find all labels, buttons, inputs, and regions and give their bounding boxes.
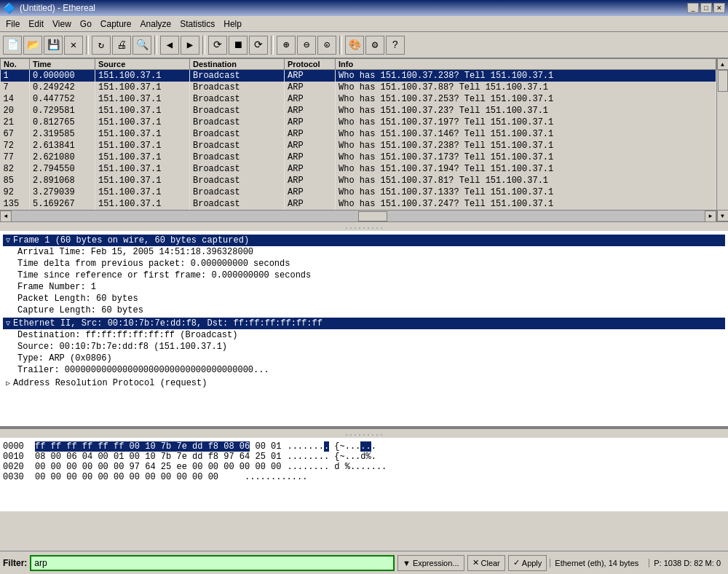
detail-arp-header[interactable]: ▷ Address Resolution Protocol (request) — [3, 377, 725, 389]
detail-row: Destination: ff:ff:ff:ff:ff:ff (Broadcas… — [3, 329, 725, 341]
hex-ascii: ........ {~...... — [287, 441, 376, 452]
capture-restart-button[interactable]: ⟳ — [249, 36, 268, 55]
hscroll-right-button[interactable]: ► — [705, 211, 716, 222]
hscroll-left-button[interactable]: ◄ — [0, 211, 12, 222]
hex-ascii: ............ — [245, 472, 307, 482]
close-button[interactable]: ✕ — [713, 3, 725, 13]
capture-start-button[interactable]: ⟳ — [208, 36, 227, 55]
table-row[interactable]: 923.279039151.100.37.1BroadcastARPWho ha… — [1, 186, 716, 198]
table-row[interactable]: 672.319585151.100.37.1BroadcastARPWho ha… — [1, 128, 716, 140]
cell-protocol: ARP — [285, 140, 336, 152]
menu-analyze[interactable]: Analyze — [136, 17, 176, 31]
ethernet-collapse-icon: ▽ — [6, 319, 10, 328]
hex-row: 0010 08 00 06 04 00 01 00 10 7b 7e dd f8… — [3, 452, 725, 462]
detail-ethernet-header[interactable]: ▽ Ethernet II, Src: 00:10:7b:7e:dd:f8, D… — [3, 318, 725, 329]
table-row[interactable]: 210.812765151.100.37.1BroadcastARPWho ha… — [1, 117, 716, 128]
prefs-button[interactable]: ⚙ — [365, 36, 384, 55]
table-row[interactable]: 140.447752151.100.37.1BroadcastARPWho ha… — [1, 93, 716, 105]
zoom-out-button[interactable]: ⊖ — [297, 36, 316, 55]
menu-capture[interactable]: Capture — [96, 17, 136, 31]
detail-ethernet-section: ▽ Ethernet II, Src: 00:10:7b:7e:dd:f8, D… — [3, 318, 725, 376]
table-row[interactable]: 772.621080151.100.37.1BroadcastARPWho ha… — [1, 152, 716, 163]
packet-list-hscrollbar[interactable]: ◄ ► — [0, 210, 716, 221]
scroll-down-button[interactable]: ▼ — [717, 210, 729, 221]
menu-statistics[interactable]: Statistics — [175, 17, 219, 31]
hex-ascii: ........ {~...d%. — [287, 452, 376, 462]
scroll-track — [717, 70, 729, 210]
cell-no: 85 — [1, 175, 30, 186]
cell-time: 2.891068 — [30, 175, 95, 186]
menu-edit[interactable]: Edit — [24, 17, 48, 31]
print-button[interactable]: 🖨 — [112, 36, 131, 55]
cell-protocol: ARP — [285, 163, 336, 175]
table-row[interactable]: 822.794550151.100.37.1BroadcastARPWho ha… — [1, 163, 716, 175]
packet-list-scrollbar[interactable]: ▲ ▼ — [716, 58, 728, 221]
cell-time: 5.169267 — [30, 198, 95, 210]
arp-header-text: Address Resolution Protocol (request) — [13, 378, 207, 388]
filter-bar: Filter: ▼ Expression... ✕ Clear ✓ Apply … — [0, 551, 728, 574]
col-time: Time — [30, 59, 95, 70]
hex-ascii: ........ d %....... — [287, 462, 387, 472]
hscroll-thumb[interactable] — [358, 211, 387, 221]
cell-info: Who has 151.100.37.253? Tell 151.100.37.… — [336, 93, 716, 105]
cell-no: 72 — [1, 140, 30, 152]
cell-source: 151.100.37.1 — [95, 70, 190, 82]
back-button[interactable]: ◀ — [160, 36, 179, 55]
scroll-thumb[interactable] — [718, 70, 728, 92]
menu-go[interactable]: Go — [76, 17, 96, 31]
filter-input[interactable] — [30, 555, 395, 571]
detail-arp-section: ▷ Address Resolution Protocol (request) — [3, 377, 725, 389]
minimize-button[interactable]: _ — [687, 3, 699, 13]
expression-button[interactable]: ▼ Expression... — [397, 555, 464, 571]
cell-destination: Broadcast — [190, 163, 285, 175]
table-row[interactable]: 70.249242151.100.37.1BroadcastARPWho has… — [1, 82, 716, 93]
zoom-in-button[interactable]: ⊕ — [277, 36, 296, 55]
detail-frame-header[interactable]: ▽ Frame 1 (60 bytes on wire, 60 bytes ca… — [3, 235, 725, 246]
cell-protocol: ARP — [285, 186, 336, 198]
help-toolbar-button[interactable]: ? — [386, 36, 405, 55]
menu-file[interactable]: File — [1, 17, 24, 31]
cell-protocol: ARP — [285, 198, 336, 210]
apply-button[interactable]: ✓ Apply — [508, 555, 547, 571]
table-row[interactable]: 722.613841151.100.37.1BroadcastARPWho ha… — [1, 140, 716, 152]
cell-no: 14 — [1, 93, 30, 105]
reload-button[interactable]: ↻ — [92, 36, 111, 55]
new-button[interactable]: 📄 — [3, 36, 22, 55]
forward-button[interactable]: ▶ — [181, 36, 199, 55]
cell-destination: Broadcast — [190, 93, 285, 105]
cell-destination: Broadcast — [190, 198, 285, 210]
capture-stop-button[interactable]: ⏹ — [229, 36, 248, 55]
cell-source: 151.100.37.1 — [95, 152, 190, 163]
detail-row: Capture Length: 60 bytes — [3, 304, 725, 316]
hex-bytes: 00 00 00 00 00 00 97 64 25 ee 00 00 00 0… — [35, 462, 281, 472]
scroll-up-button[interactable]: ▲ — [717, 58, 729, 70]
main-content: No. Time Source Destination Protocol Inf… — [0, 58, 728, 551]
find-button[interactable]: 🔍 — [132, 36, 151, 55]
open-button[interactable]: 📂 — [23, 36, 42, 55]
cell-source: 151.100.37.1 — [95, 93, 190, 105]
maximize-button[interactable]: □ — [700, 3, 712, 13]
table-row[interactable]: 852.891068151.100.37.1BroadcastARPWho ha… — [1, 175, 716, 186]
cell-info: Who has 151.100.37.146? Tell 151.100.37.… — [336, 128, 716, 140]
colorize-button[interactable]: 🎨 — [345, 36, 364, 55]
filter-label: Filter: — [3, 558, 27, 568]
detail-row: Trailer: 0000000000000000000000000000000… — [3, 364, 725, 376]
table-row[interactable]: 200.729581151.100.37.1BroadcastARPWho ha… — [1, 105, 716, 117]
cell-info: Who has 151.100.37.247? Tell 151.100.37.… — [336, 198, 716, 210]
table-row[interactable]: 10.000000151.100.37.1BroadcastARPWho has… — [1, 70, 716, 82]
cell-info: Who has 151.100.37.23? Tell 151.100.37.1 — [336, 105, 716, 117]
menu-bar: File Edit View Go Capture Analyze Statis… — [0, 16, 728, 32]
cell-info: Who has 151.100.37.88? Tell 151.100.37.1 — [336, 82, 716, 93]
save-button[interactable]: 💾 — [44, 36, 63, 55]
table-row[interactable]: 1355.169267151.100.37.1BroadcastARPWho h… — [1, 198, 716, 210]
cell-info: Who has 151.100.37.133? Tell 151.100.37.… — [336, 186, 716, 198]
cell-protocol: ARP — [285, 117, 336, 128]
zoom-reset-button[interactable]: ⊙ — [317, 36, 336, 55]
clear-button[interactable]: ✕ Clear — [467, 555, 505, 571]
title-bar: 🔷 (Untitled) - Ethereal _ □ ✕ — [0, 0, 728, 16]
menu-help[interactable]: Help — [219, 17, 246, 31]
cell-source: 151.100.37.1 — [95, 82, 190, 93]
menu-view[interactable]: View — [48, 17, 76, 31]
status-bar: Ethernet (eth), 14 bytes P: 1038 D: 82 M… — [550, 559, 725, 567]
close-capture-button[interactable]: ✕ — [64, 36, 83, 55]
